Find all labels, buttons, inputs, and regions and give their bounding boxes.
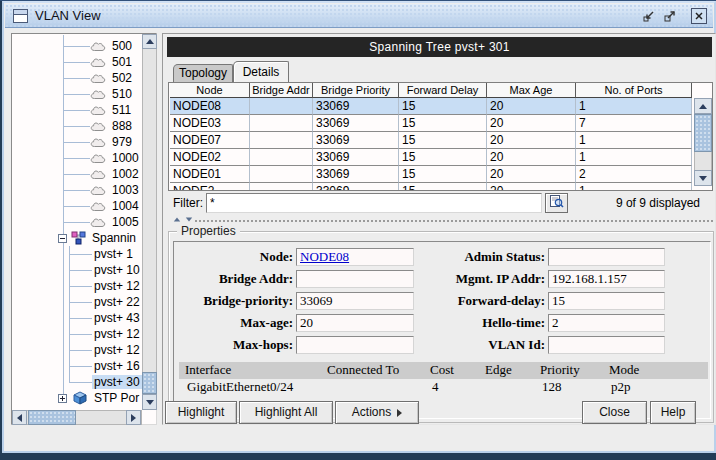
cell: 33069: [313, 98, 399, 115]
expand-icon[interactable]: [58, 394, 67, 403]
tab-topology[interactable]: Topology: [173, 64, 233, 82]
tree-item-888[interactable]: 888: [63, 118, 134, 134]
tree-item-979[interactable]: 979: [63, 134, 134, 150]
column-header-max-age[interactable]: Max Age: [487, 83, 576, 98]
filter-input[interactable]: [206, 193, 542, 213]
window-title: VLAN View: [35, 8, 101, 23]
cell: 15: [399, 183, 487, 191]
tree-item-511[interactable]: 511: [63, 102, 133, 118]
property-label-hello-time: Hello-time:: [404, 314, 545, 332]
property-field-bridge-addr[interactable]: [296, 270, 414, 288]
column-header-node[interactable]: Node: [170, 83, 250, 98]
split-pane-divider[interactable]: [165, 217, 715, 225]
tree-scroll-down-button[interactable]: [142, 394, 157, 410]
cell: 15: [399, 166, 487, 183]
tree-branch-stub: [63, 70, 90, 86]
tree-branch-stub: [63, 166, 90, 182]
property-field-vlan-id[interactable]: [548, 336, 665, 354]
cloud-icon: [90, 184, 106, 196]
tree-item-510[interactable]: 510: [63, 86, 134, 102]
tree-item-pvst-1[interactable]: pvst+ 1: [69, 246, 135, 262]
tree-hscroll-thumb[interactable]: [28, 410, 76, 425]
tree-item-500[interactable]: 500: [63, 38, 134, 54]
cloud-icon-slot: [90, 104, 106, 116]
tree-branch-stub: [69, 342, 92, 358]
column-header-bridge-addr[interactable]: Bridge Addr: [250, 83, 313, 98]
cell: NODE07: [170, 132, 250, 149]
tree-item-1002[interactable]: 1002: [63, 166, 141, 182]
maximize-icon[interactable]: [662, 8, 678, 24]
cell: 15: [399, 132, 487, 149]
property-field-forward-delay[interactable]: 15: [548, 292, 665, 310]
table-vscroll-thumb[interactable]: [694, 114, 712, 152]
property-field-mgmt-ip-addr[interactable]: 192.168.1.157: [548, 270, 665, 288]
cloud-icon: [90, 152, 106, 164]
tree-item-label: 511: [110, 103, 133, 117]
actions-button[interactable]: Actions: [335, 401, 419, 424]
tree-item-1005[interactable]: 1005: [63, 214, 141, 230]
property-field-hello-time[interactable]: 2: [548, 314, 665, 332]
splitter-up-icon[interactable]: [174, 218, 180, 222]
tree-item-label: 1005: [110, 215, 141, 229]
tab-details[interactable]: Details: [233, 61, 289, 82]
property-label-max-age: Max-age:: [174, 314, 293, 332]
tree-item-label: pvst+ 16: [92, 359, 142, 373]
collapse-icon[interactable]: [58, 234, 67, 243]
title-bar[interactable]: VLAN View: [5, 4, 713, 28]
node-link[interactable]: NODE08: [300, 249, 349, 264]
highlight-all-button[interactable]: Highlight All: [239, 401, 333, 424]
property-field-max-age[interactable]: 20: [296, 314, 414, 332]
splitter-dots: [195, 220, 713, 222]
tree-item-1004[interactable]: 1004: [63, 198, 141, 214]
tree-item-1003[interactable]: 1003: [63, 182, 141, 198]
tree-item-label: 888: [110, 119, 134, 133]
tree-item-pvst-30[interactable]: pvst+ 30: [69, 374, 142, 390]
help-button[interactable]: Help: [650, 401, 696, 424]
tree-branch-stub: [63, 150, 90, 166]
tree-item-stp-por[interactable]: STP Por: [58, 390, 141, 406]
tree-item-label: 1002: [110, 167, 141, 181]
property-field-admin-status[interactable]: [548, 248, 665, 266]
tree-item-501[interactable]: 501: [63, 54, 134, 70]
highlight-button[interactable]: Highlight: [165, 401, 237, 424]
column-header-bridge-priority[interactable]: Bridge Priority: [313, 83, 399, 98]
tree-item-502[interactable]: 502: [63, 70, 134, 86]
tree-item-pvst-12[interactable]: pvst+ 12: [69, 278, 142, 294]
column-header-no-of-ports[interactable]: No. of Ports: [576, 83, 692, 98]
tree-vscrollbar[interactable]: [142, 34, 157, 410]
tree-item-label: 1003: [110, 183, 141, 197]
interface-column-mode: Mode: [603, 362, 702, 379]
minimize-icon[interactable]: [641, 8, 657, 24]
tree-scroll-right-button[interactable]: [126, 410, 141, 425]
tree-item-pvst-10[interactable]: pvst+ 10: [69, 262, 142, 278]
tree-item-pvst-22[interactable]: pvst+ 22: [69, 294, 142, 310]
cell: 33069: [313, 149, 399, 166]
property-field-bridge-priority[interactable]: 33069: [296, 292, 414, 310]
window-icon[interactable]: [13, 9, 28, 23]
tree-item-pvst-12[interactable]: pvst+ 12: [69, 326, 142, 342]
tree-branch-stub: [69, 326, 92, 342]
property-field-node[interactable]: NODE08: [296, 248, 414, 266]
table-scroll-up-button[interactable]: [694, 98, 712, 114]
close-button[interactable]: Close: [582, 401, 647, 424]
table-scroll-down-button[interactable]: [694, 170, 712, 186]
interface-table-row[interactable]: GigabitEthernet0/244128p2p: [179, 379, 708, 396]
splitter-down-icon[interactable]: [186, 218, 192, 222]
cell: 2: [576, 166, 692, 183]
vlan-tree[interactable]: 500 501 502 510 511 888 979 1000 1002 10…: [13, 35, 142, 409]
tree-item-label: 501: [110, 55, 134, 69]
tree-item-spannin[interactable]: Spannin: [58, 230, 138, 246]
property-field-max-hops[interactable]: [296, 336, 414, 354]
tree-item-pvst-16[interactable]: pvst+ 16: [69, 358, 142, 374]
node-table: NodeBridge AddrBridge PriorityForward De…: [168, 82, 713, 191]
tree-vscroll-thumb[interactable]: [142, 372, 157, 394]
tree-scroll-left-button[interactable]: [12, 410, 27, 425]
close-icon[interactable]: [691, 8, 707, 24]
column-header-forward-delay[interactable]: Forward Delay: [399, 83, 487, 98]
property-label-mgmt-ip-addr: Mgmt. IP Addr:: [404, 270, 545, 288]
tree-scroll-up-button[interactable]: [142, 34, 157, 49]
tree-branch-stub: [63, 86, 90, 102]
tree-item-1000[interactable]: 1000: [63, 150, 141, 166]
tree-item-pvst-12[interactable]: pvst+ 12: [69, 342, 142, 358]
tree-item-pvst-43[interactable]: pvst+ 43: [69, 310, 142, 326]
